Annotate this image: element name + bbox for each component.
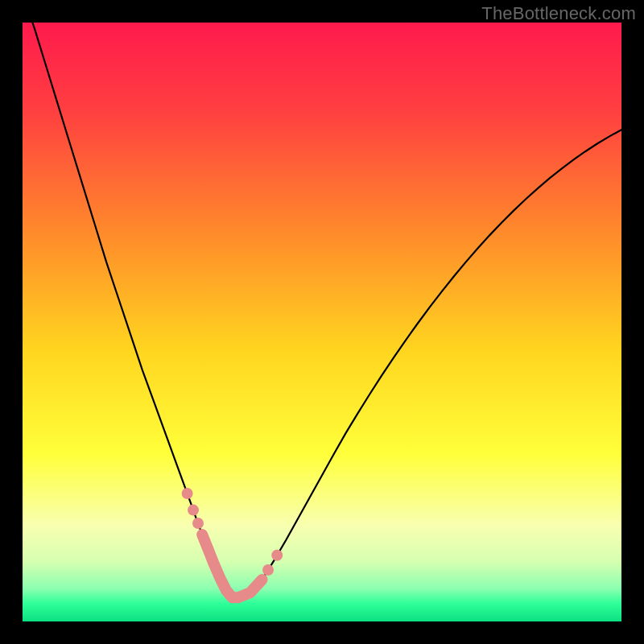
watermark-text: TheBottleneck.com [481, 3, 636, 24]
frame: TheBottleneck.com [0, 0, 644, 644]
gradient-background [23, 23, 621, 621]
svg-point-4 [271, 550, 283, 561]
plot-area [23, 23, 621, 621]
svg-point-2 [192, 518, 204, 529]
svg-point-3 [262, 564, 274, 576]
svg-point-1 [188, 505, 199, 516]
svg-point-0 [182, 488, 193, 499]
chart-svg [23, 23, 621, 621]
